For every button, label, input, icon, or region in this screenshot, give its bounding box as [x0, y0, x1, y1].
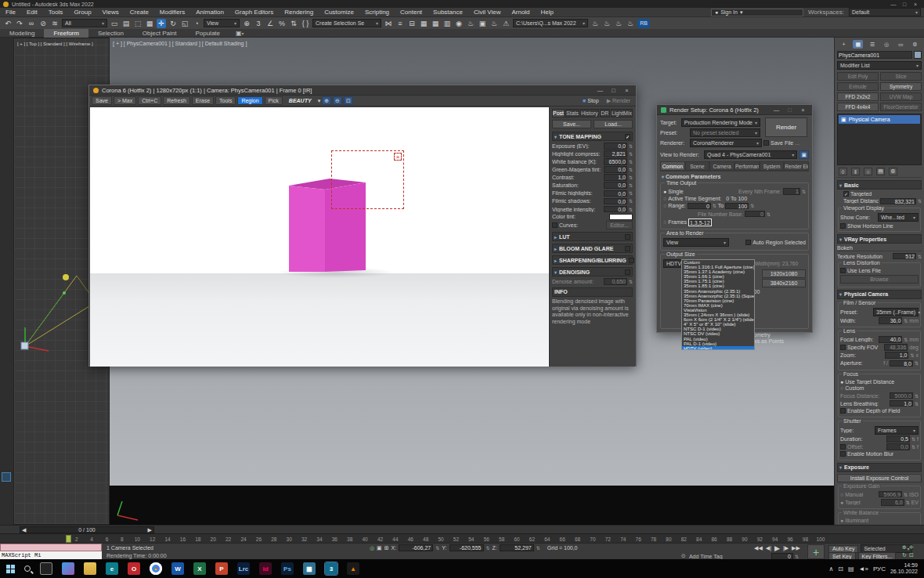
- search-icon[interactable]: [24, 565, 31, 572]
- new-key-button[interactable]: +: [807, 544, 825, 559]
- vfb-save-settings-button[interactable]: Save...: [552, 120, 591, 128]
- spinner-icon[interactable]: ⇅: [629, 182, 633, 188]
- volume-icon[interactable]: ◄»: [859, 565, 868, 573]
- undo-icon[interactable]: ↶: [3, 19, 13, 28]
- vfb-collapsed-rollout[interactable]: ▸ SHARPENING/BLURRING: [552, 255, 633, 265]
- enable-dof-checkbox[interactable]: [840, 408, 846, 414]
- auto-region-checkbox[interactable]: [745, 240, 751, 245]
- rollout-checkbox[interactable]: [625, 234, 630, 240]
- spinner-icon[interactable]: ⇅: [629, 143, 633, 149]
- render-setup-tab[interactable]: Common: [660, 161, 685, 171]
- show-cone-select[interactable]: Whe...ted▾: [878, 213, 919, 222]
- align-icon[interactable]: ≡: [395, 19, 405, 28]
- orbit-view-icon[interactable]: ↻: [902, 552, 907, 558]
- target-radio[interactable]: ●: [840, 500, 843, 505]
- viewport-lock-icon[interactable]: ▣: [799, 150, 809, 159]
- target-distance-field[interactable]: 832,321: [880, 198, 916, 205]
- ribbon-tab[interactable]: Populate: [186, 29, 229, 38]
- view-to-render-select[interactable]: Quad 4 - PhysCamera001▾: [704, 150, 797, 159]
- frames-field[interactable]: 1,3,5-12: [688, 219, 712, 226]
- tone-param-field[interactable]: 0,0: [604, 206, 627, 213]
- warning-icon[interactable]: ⚠: [501, 19, 511, 28]
- ribbon-tab[interactable]: Selection: [88, 29, 133, 38]
- tone-param-field[interactable]: 6500,0: [604, 158, 627, 165]
- spinner-icon[interactable]: ⇅: [629, 279, 633, 284]
- spinner-icon[interactable]: ⇅: [713, 203, 716, 208]
- menu-item[interactable]: Views: [97, 9, 125, 16]
- custom-focus-radio[interactable]: ○: [840, 385, 843, 391]
- go-to-end-icon[interactable]: ▶▶: [792, 545, 800, 551]
- select-and-move-icon[interactable]: ✛: [157, 19, 166, 28]
- denoising-checkbox[interactable]: [625, 269, 630, 275]
- spinner-icon[interactable]: ⇅: [629, 207, 633, 212]
- render-setup-tab[interactable]: Performance: [735, 161, 760, 171]
- ribbon-toggle-icon[interactable]: ▦: [419, 19, 428, 28]
- vfb-refresh-button[interactable]: Refresh: [163, 96, 190, 105]
- spinner-icon[interactable]: ⇅: [802, 189, 806, 194]
- spinner-icon[interactable]: ⇅: [910, 352, 914, 358]
- tone-mapping-checkbox[interactable]: ✓: [625, 134, 630, 139]
- percent-snap-icon[interactable]: %: [277, 19, 287, 28]
- vfb-stop-button[interactable]: ■Stop: [579, 96, 602, 105]
- tone-mapping-header[interactable]: TONE MAPPING: [559, 134, 623, 139]
- menu-item[interactable]: Tools: [43, 9, 69, 16]
- menu-item[interactable]: Group: [68, 9, 96, 16]
- vfb-render-button[interactable]: ▶Render: [604, 96, 633, 105]
- vfb-tab[interactable]: Stats: [565, 109, 579, 117]
- signin-button[interactable]: ● Sign In ▾: [711, 9, 803, 16]
- object-color-swatch[interactable]: [914, 51, 922, 59]
- physical-camera-rollout-header[interactable]: Physical Camera: [844, 291, 888, 297]
- save-file-checkbox[interactable]: [763, 140, 769, 146]
- modifier-button[interactable]: FFD 4x4x4: [837, 103, 879, 111]
- vfb-load-settings-button[interactable]: Load...: [594, 120, 633, 128]
- viewport-top-label[interactable]: [ + ] [ Top ] [ Standard ] [ Wireframe ]: [17, 42, 93, 46]
- region-close-icon[interactable]: ×: [394, 153, 402, 161]
- time-slider[interactable]: ◀ 0 / 100 ▶: [0, 525, 924, 533]
- selection-filter-select[interactable]: All▾: [62, 19, 107, 27]
- spinner-icon[interactable]: ⇅: [629, 198, 633, 204]
- opera-icon[interactable]: O: [128, 562, 140, 575]
- vray-rollout-header[interactable]: VRay Properties: [844, 237, 886, 242]
- spinner-icon[interactable]: ⇅: [486, 545, 490, 551]
- isolate-selection-icon[interactable]: ◎: [370, 545, 374, 551]
- ribbon-camera-icon[interactable]: ▣: [236, 30, 242, 37]
- minimize-button[interactable]: —: [595, 87, 605, 94]
- vfb-copy-button[interactable]: Ctrl+C: [138, 96, 161, 105]
- y-coord-field[interactable]: -620,555: [449, 544, 484, 551]
- show-horizon-checkbox[interactable]: [840, 223, 846, 229]
- install-exposure-button[interactable]: Install Exposure Control: [837, 474, 922, 482]
- material-editor-icon[interactable]: ◉: [454, 19, 464, 28]
- texture-resolution-field[interactable]: 512: [893, 253, 916, 260]
- layer-manager-icon[interactable]: ⊟: [407, 19, 417, 28]
- illuminant-radio[interactable]: ●: [840, 518, 843, 523]
- tone-param-field[interactable]: 0,0: [604, 143, 627, 150]
- vfb-erase-button[interactable]: Erase: [192, 96, 214, 105]
- workspace-select[interactable]: Default ▾: [849, 8, 921, 16]
- menu-item[interactable]: Modifiers: [154, 9, 190, 16]
- zoom-in-icon[interactable]: ⊕: [322, 96, 331, 105]
- every-nth-field[interactable]: 1: [783, 188, 800, 195]
- start-button[interactable]: [6, 565, 15, 573]
- stack-item-physical-camera[interactable]: ▣ Physical Camera: [839, 115, 920, 124]
- modifier-button[interactable]: UVW Map: [880, 92, 922, 101]
- curve-editor-icon[interactable]: ▦: [431, 19, 440, 28]
- rb-plugin-icon[interactable]: RB: [637, 19, 650, 28]
- render-in-cloud-icon[interactable]: ♨: [602, 19, 612, 28]
- vfb-collapsed-rollout[interactable]: ▸ LUT: [552, 232, 633, 241]
- tray-chevron-icon[interactable]: ∧: [828, 565, 833, 573]
- rollout-checkbox[interactable]: [629, 258, 634, 263]
- vfb-to-max-button[interactable]: > Max: [114, 96, 136, 105]
- select-and-link-icon[interactable]: ∞: [27, 19, 36, 28]
- spinner-icon[interactable]: ⇅: [904, 492, 908, 497]
- aperture-field[interactable]: 8,0: [890, 360, 913, 367]
- redo-icon[interactable]: ↷: [15, 19, 24, 28]
- menu-item[interactable]: Arnold: [506, 9, 535, 16]
- manual-radio[interactable]: ○: [840, 492, 843, 497]
- unlink-selection-icon[interactable]: ⊘: [38, 19, 48, 28]
- zoom-fit-icon[interactable]: ⊡: [344, 96, 353, 105]
- spinner-icon[interactable]: ⇅: [795, 554, 799, 559]
- tone-param-field[interactable]: 0,0: [604, 190, 627, 197]
- render-setup-icon[interactable]: ♨: [466, 19, 475, 28]
- object-name-field[interactable]: PhysCamera001: [837, 51, 912, 59]
- res-3840-button[interactable]: 3840x2160: [762, 279, 806, 287]
